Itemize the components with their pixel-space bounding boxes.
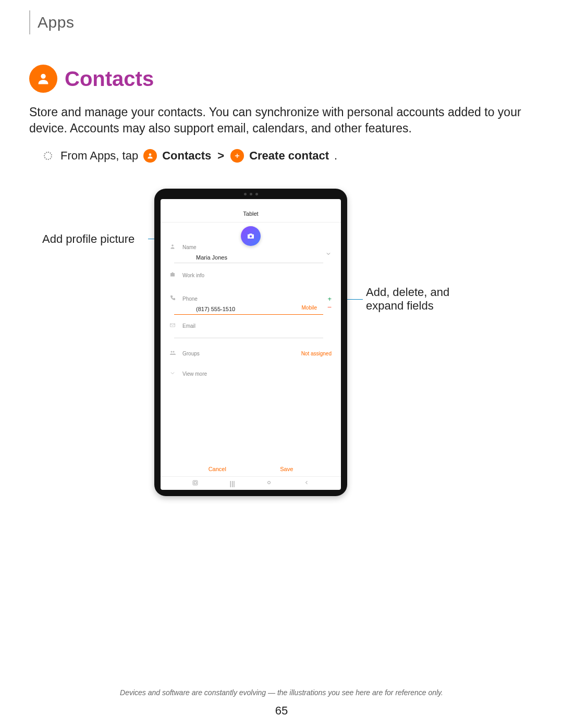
groups-row[interactable]: Groups Not assigned [161,347,341,361]
svg-point-8 [268,482,271,484]
back-button[interactable] [303,479,310,487]
tablet-sensors [235,193,266,195]
work-label: Work info [182,273,204,278]
tablet-screen: Tablet Name Maria Jones [161,199,341,490]
svg-point-5 [173,351,175,353]
groups-icon [169,350,176,357]
page-title: Contacts [65,67,154,91]
system-nav-bar: ||| [161,476,341,490]
svg-rect-7 [194,482,196,484]
create-inline-icon [230,149,244,163]
view-more-row[interactable]: View more [161,367,341,381]
svg-point-1 [149,153,152,156]
svg-point-2 [250,236,252,238]
phone-input[interactable]: (817) 555-1510 [174,304,323,315]
screenshot-icon[interactable] [192,479,199,488]
step-period: . [334,149,337,163]
svg-rect-6 [193,480,198,485]
home-button[interactable] [266,479,272,487]
contacts-inline-icon [143,149,157,163]
phone-icon [169,295,176,303]
figure: Add profile picture Add, delete, and exp… [29,189,534,512]
instruction-step: From Apps, tap Contacts > Create contact… [44,149,534,163]
briefcase-icon [169,272,176,279]
email-row: Email [161,319,341,333]
add-phone-button[interactable]: + [327,295,332,303]
page-title-row: Contacts [29,65,534,93]
view-more-label: View more [182,371,207,377]
groups-value: Not assigned [301,351,332,356]
section-header: Apps [29,10,74,34]
name-label: Name [182,244,197,250]
form-buttons: Cancel Save [161,466,341,472]
intro-text: Store and manage your contacts. You can … [29,104,534,137]
step-bullet-icon [44,152,52,160]
groups-label: Groups [182,351,200,356]
storage-location-header[interactable]: Tablet [161,199,341,223]
step-action-label: Create contact [249,149,329,163]
svg-point-4 [171,351,173,353]
expand-name-button[interactable] [325,251,332,258]
svg-point-3 [172,244,174,246]
contacts-app-icon [29,65,57,93]
page-number: 65 [0,704,563,718]
save-button[interactable]: Save [280,466,293,472]
svg-point-0 [41,74,45,79]
callout-expand-fields: Add, delete, and expand fields [366,286,475,313]
remove-phone-button[interactable]: − [327,303,332,311]
name-row: Name [161,240,341,254]
person-icon [169,243,176,251]
recents-button[interactable]: ||| [230,479,235,487]
contact-form: Name Maria Jones Work info [161,223,341,381]
step-app-label: Contacts [162,149,211,163]
email-label: Email [182,323,195,329]
work-row[interactable]: Work info [161,268,341,282]
email-icon [169,322,176,330]
footnote: Devices and software are constantly evol… [0,688,563,697]
phone-label: Phone [182,296,198,302]
step-chevron-icon: > [216,149,225,163]
cancel-button[interactable]: Cancel [209,466,226,472]
tablet-device: Tablet Name Maria Jones [154,189,347,496]
callout-profile-picture: Add profile picture [42,232,134,246]
phone-type-selector[interactable]: Mobile [302,305,317,311]
step-prefix: From Apps, tap [60,149,138,163]
chevron-down-icon [169,370,176,378]
